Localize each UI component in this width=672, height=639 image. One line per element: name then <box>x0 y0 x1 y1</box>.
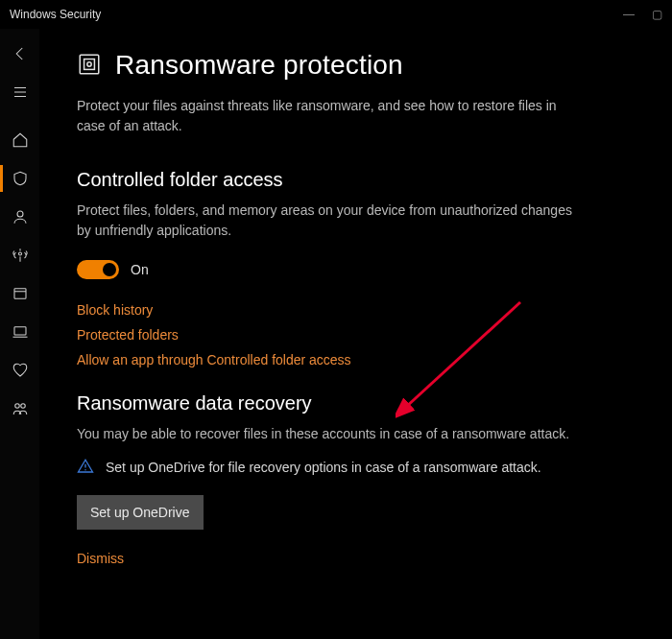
toggle-state-label: On <box>131 262 149 277</box>
controlled-access-heading: Controlled folder access <box>77 169 634 191</box>
home-icon <box>12 131 29 149</box>
protected-folders-link[interactable]: Protected folders <box>77 327 634 343</box>
app-control-icon <box>12 285 29 302</box>
nav-device-security[interactable] <box>0 313 40 351</box>
family-icon <box>12 400 29 417</box>
warning-icon <box>77 458 94 478</box>
block-history-link[interactable]: Block history <box>77 302 634 318</box>
back-button[interactable] <box>0 35 40 73</box>
menu-button[interactable] <box>0 73 40 111</box>
nav-account-protection[interactable] <box>0 198 40 236</box>
nav-device-performance[interactable] <box>0 351 40 390</box>
recovery-description: You may be able to recover files in thes… <box>77 424 576 444</box>
allow-app-link[interactable]: Allow an app through Controlled folder a… <box>77 352 634 367</box>
maximize-button[interactable]: ▢ <box>652 8 662 21</box>
nav-family-options[interactable] <box>0 390 40 428</box>
recovery-warning-text: Set up OneDrive for file recovery option… <box>106 458 541 477</box>
nav-home[interactable] <box>0 121 40 159</box>
page-description: Protect your files against threats like … <box>77 96 576 136</box>
svg-rect-2 <box>14 289 26 299</box>
svg-point-0 <box>17 211 23 217</box>
back-icon <box>12 45 29 62</box>
page-title: Ransomware protection <box>115 50 403 81</box>
svg-point-8 <box>87 61 91 65</box>
setup-onedrive-button[interactable]: Set up OneDrive <box>77 495 204 530</box>
sidebar <box>0 29 40 639</box>
device-security-icon <box>12 323 29 341</box>
minimize-button[interactable]: — <box>623 8 635 21</box>
svg-rect-7 <box>84 59 95 69</box>
nav-virus-protection[interactable] <box>0 159 40 198</box>
health-icon <box>12 362 29 379</box>
svg-rect-6 <box>80 55 99 74</box>
dismiss-link[interactable]: Dismiss <box>77 551 634 566</box>
firewall-icon <box>12 247 29 264</box>
main-content: Ransomware protection Protect your files… <box>40 29 672 639</box>
toggle-knob <box>103 263 116 276</box>
menu-icon <box>12 83 29 101</box>
svg-point-5 <box>20 404 25 409</box>
controlled-access-description: Protect files, folders, and memory areas… <box>77 201 576 241</box>
window-title: Windows Security <box>10 8 101 21</box>
recovery-heading: Ransomware data recovery <box>77 392 634 414</box>
nav-app-browser-control[interactable] <box>0 274 40 313</box>
shield-icon <box>12 170 29 187</box>
account-icon <box>12 208 29 225</box>
controlled-access-toggle[interactable] <box>77 260 119 279</box>
svg-point-9 <box>84 469 86 471</box>
nav-firewall[interactable] <box>0 236 40 274</box>
svg-rect-3 <box>14 327 26 335</box>
svg-point-1 <box>18 252 21 255</box>
ransomware-page-icon <box>77 52 102 80</box>
svg-point-4 <box>14 404 19 409</box>
